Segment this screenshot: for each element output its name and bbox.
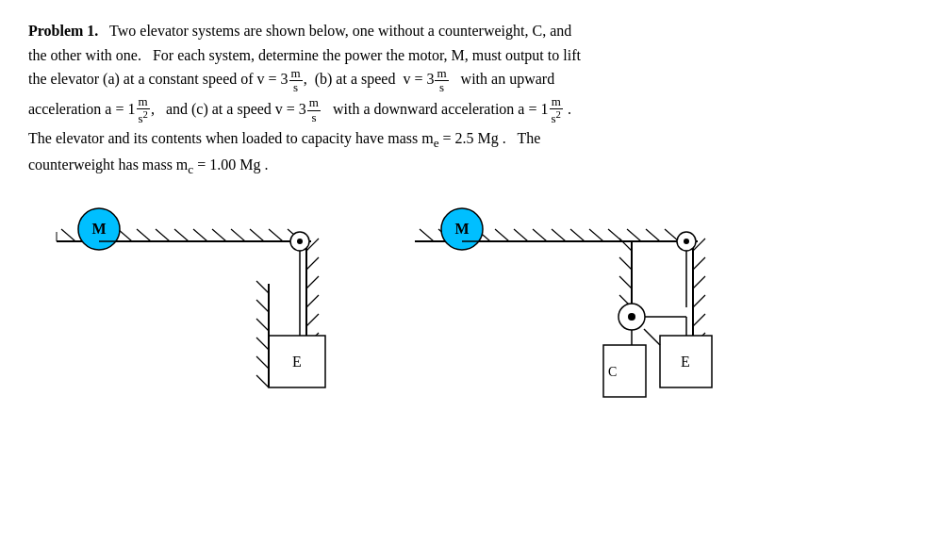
svg-line-83 xyxy=(644,329,660,345)
svg-line-38 xyxy=(256,375,269,387)
svg-line-52 xyxy=(646,229,660,241)
svg-line-19 xyxy=(306,257,319,270)
svg-line-20 xyxy=(306,276,319,288)
svg-line-69 xyxy=(619,257,632,270)
svg-point-66 xyxy=(684,239,689,244)
diagram-2: M xyxy=(405,189,745,420)
svg-line-40 xyxy=(420,229,434,241)
svg-line-46 xyxy=(533,229,547,241)
svg-line-34 xyxy=(256,300,269,312)
svg-line-8 xyxy=(174,229,189,241)
svg-line-35 xyxy=(256,319,269,331)
svg-line-61 xyxy=(693,314,705,326)
svg-line-36 xyxy=(256,338,269,350)
svg-text:E: E xyxy=(681,354,690,370)
line2: the other with one. For each system, det… xyxy=(28,43,912,68)
svg-line-21 xyxy=(306,295,319,307)
svg-text:C: C xyxy=(608,365,617,379)
svg-line-44 xyxy=(495,229,509,241)
svg-line-45 xyxy=(514,229,528,241)
svg-line-58 xyxy=(693,257,705,270)
diagram-1: M xyxy=(47,189,349,420)
svg-line-7 xyxy=(156,229,170,241)
svg-line-12 xyxy=(250,229,264,241)
svg-line-6 xyxy=(137,229,151,241)
svg-line-11 xyxy=(231,229,245,241)
svg-line-51 xyxy=(627,229,641,241)
svg-line-22 xyxy=(306,314,319,326)
svg-line-70 xyxy=(619,276,632,288)
svg-line-60 xyxy=(693,295,705,307)
svg-line-59 xyxy=(693,276,705,288)
line5: The elevator and its contents when loade… xyxy=(28,126,912,154)
svg-line-37 xyxy=(256,356,269,369)
svg-line-47 xyxy=(552,229,566,241)
svg-point-73 xyxy=(628,313,635,321)
line6: counterweight has mass mc = 1.00 Mg . xyxy=(28,153,912,180)
svg-line-13 xyxy=(269,229,283,241)
svg-text:M: M xyxy=(91,221,106,237)
svg-line-48 xyxy=(570,229,585,241)
line1: Problem 1. Two elevator systems are show… xyxy=(28,19,912,43)
svg-line-2 xyxy=(61,229,75,241)
svg-line-10 xyxy=(212,229,226,241)
svg-line-49 xyxy=(589,229,603,241)
diagrams-row: M xyxy=(28,189,912,420)
line4: acceleration a = 1ms2, and (c) at a spee… xyxy=(28,95,912,126)
problem-title: Problem 1. xyxy=(28,23,98,39)
svg-line-68 xyxy=(619,239,632,251)
svg-line-9 xyxy=(193,229,207,241)
problem-text: Problem 1. Two elevator systems are show… xyxy=(28,19,912,180)
line3: the elevator (a) at a constant speed of … xyxy=(28,67,912,95)
svg-text:M: M xyxy=(454,221,469,237)
svg-text:E: E xyxy=(292,354,302,370)
page-content: Problem 1. Two elevator systems are show… xyxy=(0,0,940,429)
svg-line-33 xyxy=(256,281,269,293)
svg-point-27 xyxy=(297,239,303,244)
